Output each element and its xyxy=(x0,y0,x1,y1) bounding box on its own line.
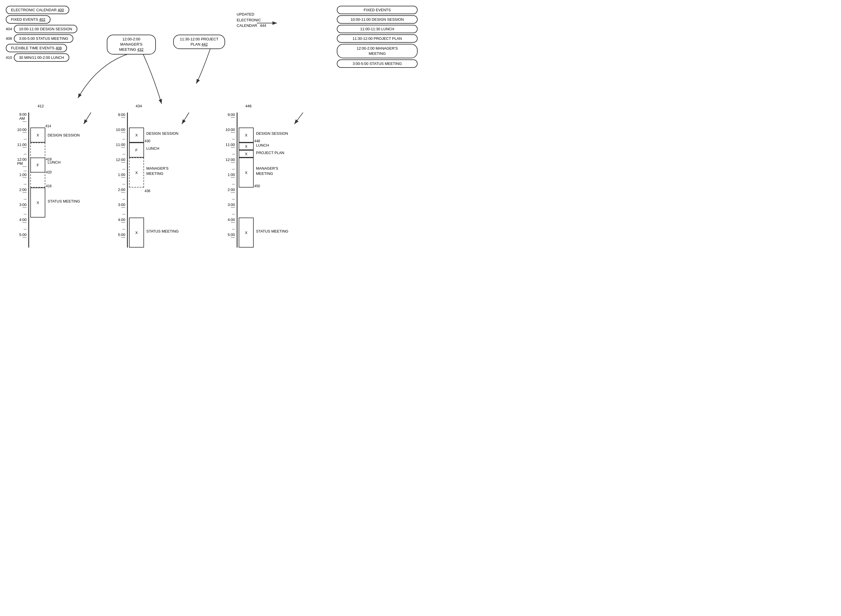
fixed-events-pill: FIXED EVENTS 402 xyxy=(6,15,50,23)
status-meeting-label: 3:00-5:00 STATUS MEETING xyxy=(19,36,68,41)
project-plan-area: 11:30-12:00 PROJECTPLAN 442 xyxy=(173,35,225,49)
cal2-events: X DESIGN SESSION F LUNCH 430 X MANAGER'S… xyxy=(129,113,192,248)
cal1-design-session-label: DESIGN SESSION xyxy=(48,128,80,142)
cal3-lunch-label: LUNCH xyxy=(256,143,269,147)
project-plan-pill: 11:30-12:00 PROJECTPLAN 442 xyxy=(173,35,225,49)
right-item3-pill: 11:30-12:00 PROJECT PLAN xyxy=(337,34,418,43)
cal2-time-4: 4:00 xyxy=(110,217,127,233)
time-slot-9am: 9:00AM xyxy=(9,113,28,128)
cal2-lunch-block: F xyxy=(129,142,144,157)
cal3-timeline xyxy=(237,113,238,248)
electronic-calendar-label: ELECTRONIC CALENDAR xyxy=(11,8,57,12)
flexible-events-pill: FLEXIBLE TIME EVENTS 408 xyxy=(6,44,67,52)
cal2-time-10: 10:00 xyxy=(110,128,127,142)
cal2-time-9: 9:00 xyxy=(110,113,127,128)
cal3-managers-block: X xyxy=(239,157,254,188)
cal2-managers-label: MANAGER'SMEETING xyxy=(146,166,169,176)
cal2-ref-436: 436 xyxy=(145,189,150,193)
time-slot-5: 5:00 xyxy=(9,233,28,248)
ref-418: 418 xyxy=(46,157,52,161)
diagram-container: ELECTRONIC CALENDAR 400 FIXED EVENTS 402… xyxy=(0,0,421,308)
right-item2-pill: 11:00-11:30 LUNCH xyxy=(337,25,418,33)
fixed-events-label: FIXED EVENTS xyxy=(11,17,38,22)
cal2-ref: 434 xyxy=(136,104,142,108)
cal1-timeline xyxy=(28,113,29,248)
time-slot-10: 10:00 xyxy=(9,128,28,142)
ref-416: 416 xyxy=(46,184,52,188)
cal2-time-12: 12:00 xyxy=(110,157,127,173)
ref-406: 406 xyxy=(6,36,12,41)
ref-410: 410 xyxy=(6,56,12,60)
right-item4-pill: 12:00-2:00 MANAGER'SMEETING xyxy=(337,44,418,58)
time-slot-12: 12:00PM xyxy=(9,157,28,173)
cal3-events: X DESIGN SESSION X LUNCH 448 X PROJECT P… xyxy=(239,113,311,248)
cal3-managers-label: MANAGER'SMEETING xyxy=(256,166,278,176)
cal3-ref-448: 448 xyxy=(254,139,260,143)
right-item1-pill: 10:00-11:00 DESIGN SESSION xyxy=(337,15,418,23)
project-plan-ref: 442 xyxy=(201,42,208,47)
time-slot-11: 11:00 xyxy=(9,142,28,157)
right-item5-pill: 3:00-5:00 STATUS MEETING xyxy=(337,59,418,68)
cal1-design-session-block: X xyxy=(30,128,45,142)
cal3-ref-450: 450 xyxy=(254,184,260,188)
status-meeting-pill: 3:00-5:00 STATUS MEETING xyxy=(14,34,73,43)
managers-meeting-area: 12:00-2:00 MANAGER'SMEETING 432 xyxy=(107,35,156,54)
ref-404: 404 xyxy=(6,27,12,31)
lunch-pill: 30 MIN/11:00-2:00 LUNCH xyxy=(14,53,69,62)
cal3-ref: 446 xyxy=(245,104,252,108)
cal1-ref: 412 xyxy=(38,104,44,108)
cal2-design-label: DESIGN SESSION xyxy=(146,131,178,136)
calendar-2: 434 9:00 10:00 11:00 xyxy=(110,113,192,248)
cal2-time-1: 1:00 xyxy=(110,173,127,188)
right-fixed-events-label: FIXED EVENTS xyxy=(364,8,391,12)
cal2-lunch-label: LUNCH xyxy=(146,146,159,151)
cal2-time-3: 3:00 xyxy=(110,202,127,217)
calendar-1: 412 9:00AM 10:00 11:00 xyxy=(9,113,94,248)
right-item5-label: 3:00-5:00 STATUS MEETING xyxy=(353,62,402,66)
cal3-status-block: X xyxy=(239,217,254,248)
managers-meeting-pill: 12:00-2:00 MANAGER'SMEETING 432 xyxy=(107,35,156,54)
cal1-time-column: 9:00AM 10:00 11:00 12:00PM xyxy=(9,113,28,248)
cal1-status-block: X xyxy=(30,188,45,217)
right-item4-label: 12:00-2:00 MANAGER'SMEETING xyxy=(357,46,398,56)
cal2-status-label: STATUS MEETING xyxy=(146,229,179,233)
design-session-pill: 10:00-11:00 DESIGN SESSION xyxy=(14,25,77,33)
right-item3-label: 11:30-12:00 PROJECT PLAN xyxy=(352,36,402,41)
flexible-events-ref: 408 xyxy=(56,46,62,50)
cal3-design-label: DESIGN SESSION xyxy=(256,131,288,136)
cal1-lunch-block: F xyxy=(30,157,45,173)
right-item1-label: 10:00-11:00 DESIGN SESSION xyxy=(351,17,404,22)
cal2-ref-430: 430 xyxy=(145,139,150,143)
time-slot-2: 2:00 xyxy=(9,188,28,202)
cal2-time-5: 5:00 xyxy=(110,233,127,248)
updated-ref: 444 xyxy=(260,23,266,28)
right-item2-label: 11:00-11:30 LUNCH xyxy=(360,27,394,31)
project-plan-label: 11:30-12:00 PROJECTPLAN xyxy=(180,37,219,47)
cal3-design-block: X xyxy=(239,128,254,142)
right-panel: FIXED EVENTS 10:00-11:00 DESIGN SESSION … xyxy=(337,6,418,68)
left-panel: ELECTRONIC CALENDAR 400 FIXED EVENTS 402… xyxy=(6,6,69,62)
fixed-events-ref: 402 xyxy=(39,17,45,22)
design-session-label: 10:00-11:00 DESIGN SESSION xyxy=(19,27,72,31)
time-slot-1: 1:00 xyxy=(9,173,28,188)
updated-calendar-label: UPDATEDELECTRONICCALENDAR 444 xyxy=(237,12,266,29)
cal2-time-11: 11:00 xyxy=(110,142,127,157)
cal3-project-block: X xyxy=(239,150,254,157)
cal2-time-2: 2:00 xyxy=(110,188,127,202)
lunch-label: 30 MIN/11:00-2:00 LUNCH xyxy=(19,56,64,60)
right-fixed-events-pill: FIXED EVENTS xyxy=(337,6,418,14)
electronic-calendar-pill: ELECTRONIC CALENDAR 400 xyxy=(6,6,69,14)
managers-meeting-ref: 432 xyxy=(137,47,144,52)
cal2-time-column: 9:00 10:00 11:00 12:00 xyxy=(110,113,127,248)
cal1-events: X DESIGN SESSION 414 420 F LUNCH 418 X S… xyxy=(30,113,94,248)
cal1-status-label: STATUS MEETING xyxy=(48,199,80,204)
time-slot-4: 4:00 xyxy=(9,217,28,233)
cal2-timeline xyxy=(127,113,128,248)
cal2-status-block: X xyxy=(129,217,144,248)
flexible-events-label: FLEXIBLE TIME EVENTS xyxy=(11,46,54,50)
cal2-design-block: X xyxy=(129,128,144,142)
time-slot-3: 3:00 xyxy=(9,202,28,217)
cal3-status-label: STATUS MEETING xyxy=(256,229,288,233)
cal3-time-column: 9:00 10:00 11:00 12:00 xyxy=(219,113,237,248)
ref-420: 420 xyxy=(46,170,52,174)
